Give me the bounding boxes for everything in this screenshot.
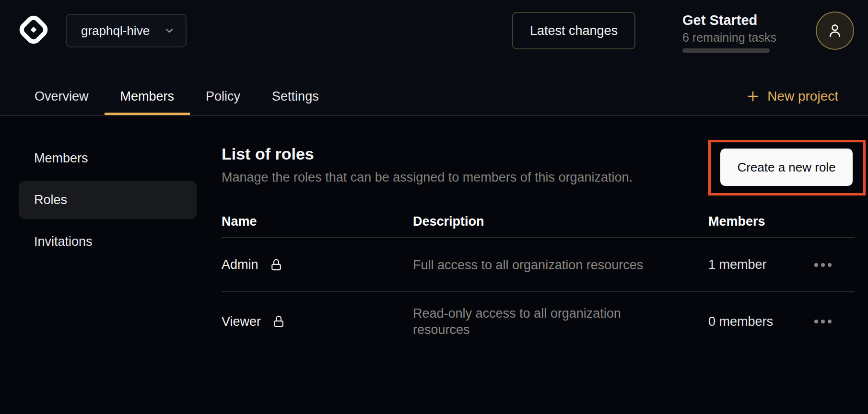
role-actions-cell: [813, 315, 855, 328]
latest-changes-button[interactable]: Latest changes: [512, 12, 635, 49]
tab-overview[interactable]: Overview: [19, 78, 105, 115]
page-header: List of roles Manage the roles that can …: [222, 144, 682, 185]
role-name-admin: Admin: [222, 257, 258, 272]
get-started-subtitle: 6 remaining tasks: [682, 30, 770, 45]
role-name-viewer: Viewer: [222, 314, 261, 329]
tab-policy-label: Policy: [206, 89, 240, 104]
tab-members[interactable]: Members: [105, 78, 190, 115]
sidebar-item-members[interactable]: Members: [19, 139, 197, 177]
tab-settings-label: Settings: [272, 89, 319, 104]
sidebar-item-roles-label: Roles: [34, 193, 67, 207]
row-menu-viewer-ellipsis-icon[interactable]: [813, 315, 833, 328]
get-started-progress-bar: [682, 48, 770, 53]
tab-members-label: Members: [120, 89, 175, 104]
plus-icon: [746, 90, 760, 103]
organization-selector[interactable]: graphql-hive: [66, 14, 187, 47]
lock-icon: [269, 258, 283, 272]
tab-policy[interactable]: Policy: [190, 78, 256, 115]
table-row-viewer: Viewer Read-only access to all organizat…: [222, 292, 855, 351]
tab-settings[interactable]: Settings: [256, 78, 335, 115]
latest-changes-label: Latest changes: [530, 23, 618, 38]
person-icon: [826, 22, 844, 40]
hive-logo-icon: [18, 14, 49, 45]
sidebar-item-invitations[interactable]: Invitations: [19, 223, 197, 261]
new-project-label: New project: [767, 89, 838, 104]
top-chrome: graphql-hive Latest changes Get Started …: [0, 0, 868, 116]
page-subtitle: Manage the roles that can be assigned to…: [222, 170, 682, 185]
role-description-viewer: Read-only access to all organization res…: [413, 305, 655, 338]
role-description-admin: Full access to all organization resource…: [413, 257, 655, 273]
page-title: List of roles: [222, 144, 682, 164]
roles-table-header: Name Description Members: [222, 206, 855, 238]
role-members-admin: 1 member: [708, 257, 813, 272]
chevron-down-icon: [164, 25, 175, 36]
role-members-viewer: 0 members: [708, 314, 813, 329]
lock-icon: [271, 314, 286, 329]
role-actions-cell: [813, 258, 855, 272]
organization-name: graphql-hive: [81, 23, 164, 38]
get-started-title: Get Started: [682, 12, 770, 28]
new-project-button[interactable]: New project: [746, 78, 838, 115]
members-section-nav: Members Roles Invitations: [19, 139, 197, 261]
column-header-members: Members: [708, 214, 813, 229]
role-name-cell: Viewer: [222, 314, 413, 329]
tab-overview-label: Overview: [35, 89, 89, 104]
get-started-widget[interactable]: Get Started 6 remaining tasks: [682, 12, 770, 53]
column-header-name: Name: [222, 214, 413, 229]
sidebar-item-members-label: Members: [34, 151, 88, 166]
hive-logo[interactable]: [18, 14, 49, 45]
sidebar-item-roles[interactable]: Roles: [19, 181, 197, 219]
app-root: graphql-hive Latest changes Get Started …: [0, 0, 868, 414]
roles-table: Name Description Members Admin Full acce…: [222, 206, 855, 351]
sidebar-item-invitations-label: Invitations: [34, 234, 93, 249]
column-header-description: Description: [413, 214, 708, 229]
table-row-admin: Admin Full access to all organization re…: [222, 238, 855, 292]
create-new-role-button[interactable]: Create a new role: [720, 149, 853, 186]
role-name-cell: Admin: [222, 257, 413, 272]
row-menu-admin-ellipsis-icon[interactable]: [813, 258, 833, 272]
user-avatar[interactable]: [816, 12, 854, 50]
org-tabs: Overview Members Policy Settings: [19, 78, 335, 115]
